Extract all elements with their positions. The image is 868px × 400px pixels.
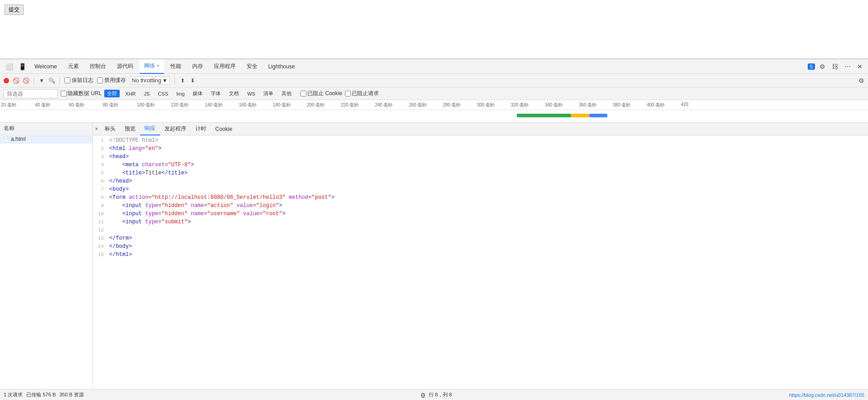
filter-type-manifest[interactable]: 清单 (261, 90, 276, 97)
detail-panel: ✕ 标头 预览 响应 发起程序 计时 Cookie 1<!DOCTYPE htm… (93, 123, 868, 389)
status-left: 1 次请求 已传输 576 B 350 B 资源 (4, 391, 84, 398)
filter-bar: 隐藏数据 URL 全部 XHR JS CSS Img 媒体 字体 文档 WS 清… (0, 87, 868, 100)
blocked-cookies-label[interactable]: 已阻止 Cookie (301, 90, 342, 97)
filter-input[interactable] (4, 89, 58, 98)
inspect-icon[interactable]: ⬜ (4, 62, 15, 71)
clear-icon[interactable]: 🚫 (23, 77, 29, 84)
disable-cache-label[interactable]: 禁用缓存 (97, 77, 126, 84)
tab-application[interactable]: 应用程序 (209, 59, 240, 74)
device-icon[interactable]: 📱 (17, 62, 28, 71)
export-icon[interactable]: ⬇ (189, 77, 196, 84)
file-doc-icon: 📄 (4, 136, 9, 142)
timeline-bars (0, 110, 868, 123)
timeline-bar-green (517, 114, 571, 117)
tab-console[interactable]: 控制台 (85, 59, 111, 74)
tab-lighthouse[interactable]: Lighthouse (264, 59, 300, 74)
tab-network-close[interactable]: × (157, 63, 160, 68)
code-view: 1<!DOCTYPE html>2<html lang="en">3<head>… (93, 135, 868, 389)
separator-3 (175, 77, 175, 84)
tab-security[interactable]: 安全 (242, 59, 262, 74)
sub-tab-cookies[interactable]: Cookie (211, 123, 237, 135)
format-icon[interactable]: {} (421, 392, 425, 398)
throttle-dropdown-icon: ▼ (162, 77, 168, 84)
hide-data-url-label[interactable]: 隐藏数据 URL (61, 90, 102, 97)
disable-cache-checkbox[interactable] (97, 77, 103, 83)
filter-type-font[interactable]: 字体 (208, 90, 223, 97)
blocked-cookies-checkbox[interactable] (301, 91, 306, 96)
tab-elements[interactable]: 元素 (63, 59, 83, 74)
cursor-position: 行 8，列 8 (429, 391, 452, 398)
search-icon[interactable]: 🔍 (48, 77, 55, 84)
timeline-ruler: 20 毫秒40 毫秒60 毫秒80 毫秒100 毫秒120 毫秒140 毫秒16… (0, 100, 868, 110)
preserve-log-label[interactable]: 保留日志 (64, 77, 93, 84)
import-icon[interactable]: ⬆ (179, 77, 186, 84)
blocked-requests-label[interactable]: 已阻止请求 (345, 90, 379, 97)
tab-welcome[interactable]: Welcome (30, 59, 62, 74)
page-area: 提交 (0, 0, 868, 59)
sub-tab-initiator[interactable]: 发起程序 (160, 123, 191, 135)
filter-type-media[interactable]: 媒体 (190, 90, 205, 97)
tab-bar: ⬜ 📱 Welcome 元素 控制台 源代码 网络 × 性能 内存 应用程序 安… (0, 59, 868, 74)
transferred-size: 已传输 576 B (26, 391, 56, 398)
request-count: 1 次请求 (4, 391, 23, 398)
timeline-area: 20 毫秒40 毫秒60 毫秒80 毫秒100 毫秒120 毫秒140 毫秒16… (0, 100, 868, 123)
file-list: 名称 📄 a.html (0, 123, 93, 389)
filter-type-doc[interactable]: 文档 (226, 90, 242, 97)
devtools-panel: ⬜ 📱 Welcome 元素 控制台 源代码 网络 × 性能 内存 应用程序 安… (0, 59, 868, 400)
filter-icon[interactable]: ▼ (39, 77, 45, 84)
tab-network[interactable]: 网络 × (140, 59, 164, 74)
filter-type-ws[interactable]: WS (244, 91, 258, 97)
status-link[interactable]: https://blog.csdn.net/u014387/155 (789, 392, 864, 398)
network-toolbar: 🚫 🚫 ▼ 🔍 保留日志 禁用缓存 No throttling ▼ ⬆ ⬇ ⚙ (0, 74, 868, 87)
tab-memory[interactable]: 内存 (188, 59, 208, 74)
tab-bar-right: 5 ⚙ ⛓ ⋯ ✕ (808, 62, 864, 71)
sub-tab-preview[interactable]: 预览 (120, 123, 140, 135)
filter-type-img[interactable]: Img (174, 91, 187, 97)
hide-data-url-checkbox[interactable] (61, 91, 67, 96)
separator-2 (59, 77, 60, 84)
submit-button[interactable]: 提交 (5, 5, 24, 15)
sub-tab-headers[interactable]: 标头 (100, 123, 120, 135)
filter-type-xhr[interactable]: XHR (122, 91, 138, 97)
notification-badge: 5 (808, 63, 815, 70)
resource-size: 350 B 资源 (59, 391, 84, 398)
timeline-bar-orange (571, 114, 589, 117)
sub-tab-timing[interactable]: 计时 (191, 123, 211, 135)
filter-type-other[interactable]: 其他 (279, 90, 294, 97)
network-settings-icon[interactable]: ⚙ (858, 77, 864, 84)
tab-sources[interactable]: 源代码 (112, 59, 138, 74)
blocked-requests-checkbox[interactable] (345, 91, 351, 96)
filter-type-all[interactable]: 全部 (104, 90, 120, 97)
tab-bar-left: ⬜ 📱 Welcome 元素 控制台 源代码 网络 × 性能 内存 应用程序 安… (4, 59, 807, 74)
file-list-header: 名称 (0, 123, 92, 135)
separator-1 (34, 77, 34, 84)
filter-type-js[interactable]: JS (141, 91, 153, 97)
close-devtools-icon[interactable]: ✕ (855, 62, 864, 71)
throttle-select[interactable]: No throttling ▼ (130, 77, 170, 85)
filter-type-css[interactable]: CSS (155, 91, 171, 97)
sub-tabs-close[interactable]: ✕ (95, 126, 98, 131)
status-bar: 1 次请求 已传输 576 B 350 B 资源 {} 行 8，列 8 http… (0, 389, 868, 400)
remote-devices-icon[interactable]: ⛓ (830, 62, 840, 71)
tab-performance[interactable]: 性能 (166, 59, 186, 74)
settings-icon[interactable]: ⚙ (818, 62, 827, 71)
sub-tabs: ✕ 标头 预览 响应 发起程序 计时 Cookie (93, 123, 868, 135)
main-area: 名称 📄 a.html ✕ 标头 预览 响应 发起程序 计时 Cookie 1<… (0, 123, 868, 389)
preserve-log-checkbox[interactable] (64, 77, 70, 83)
sub-tab-response[interactable]: 响应 (140, 123, 160, 135)
file-row-ahtml[interactable]: 📄 a.html (0, 135, 92, 144)
stop-recording-icon[interactable]: 🚫 (13, 77, 19, 84)
record-button[interactable] (4, 78, 9, 83)
timeline-bar-blue (589, 114, 607, 117)
more-options-icon[interactable]: ⋯ (843, 62, 853, 71)
